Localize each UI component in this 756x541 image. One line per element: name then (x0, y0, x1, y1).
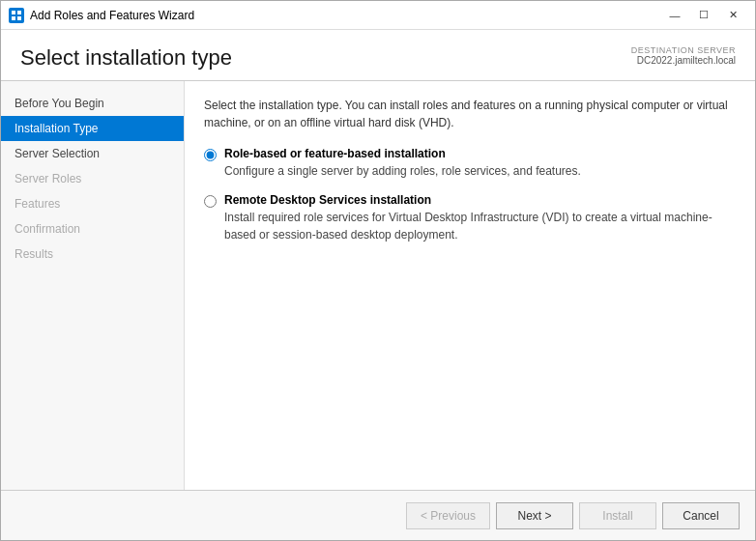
sidebar-item-installation-type[interactable]: Installation Type (1, 116, 184, 141)
sidebar-item-server-roles: Server Roles (1, 166, 184, 191)
option-rds: Remote Desktop Services installation Ins… (204, 193, 736, 243)
install-button: Install (579, 502, 656, 529)
sidebar-item-features: Features (1, 191, 184, 216)
option-role-based: Role-based or feature-based installation… (204, 147, 736, 180)
installation-options: Role-based or feature-based installation… (204, 147, 736, 243)
cancel-button[interactable]: Cancel (662, 502, 740, 529)
destination-server-name: DC2022.jamiltech.local (631, 55, 736, 66)
svg-rect-0 (12, 11, 15, 14)
option-role-based-title: Role-based or feature-based installation (224, 147, 581, 160)
svg-rect-3 (17, 16, 21, 20)
window-controls: — ☐ ✕ (660, 6, 747, 25)
svg-rect-2 (12, 16, 15, 20)
sidebar-item-server-selection[interactable]: Server Selection (1, 141, 184, 166)
sidebar-item-before-you-begin[interactable]: Before You Begin (1, 91, 184, 116)
sidebar: Before You Begin Installation Type Serve… (1, 81, 185, 490)
radio-rds[interactable] (204, 195, 217, 208)
maximize-button[interactable]: ☐ (689, 6, 718, 25)
destination-info: DESTINATION SERVER DC2022.jamiltech.loca… (631, 45, 736, 66)
sidebar-item-results: Results (1, 242, 184, 267)
sidebar-item-confirmation: Confirmation (1, 216, 184, 242)
wizard-window: Add Roles and Features Wizard — ☐ ✕ Sele… (0, 0, 756, 541)
option-rds-label[interactable]: Remote Desktop Services installation Ins… (224, 193, 736, 243)
close-button[interactable]: ✕ (718, 6, 747, 25)
option-role-based-label[interactable]: Role-based or feature-based installation… (224, 147, 581, 180)
minimize-button[interactable]: — (660, 6, 689, 25)
next-button[interactable]: Next > (496, 502, 573, 529)
app-icon (9, 8, 24, 23)
window-title: Add Roles and Features Wizard (30, 9, 660, 22)
option-role-based-desc: Configure a single server by adding role… (224, 162, 581, 180)
header: Select installation type DESTINATION SER… (1, 30, 755, 81)
radio-role-based[interactable] (204, 149, 217, 161)
destination-label: DESTINATION SERVER (631, 45, 736, 55)
content-area: Before You Begin Installation Type Serve… (1, 81, 755, 490)
option-rds-desc: Install required role services for Virtu… (224, 209, 736, 243)
intro-text: Select the installation type. You can in… (204, 97, 736, 131)
main-content: Select the installation type. You can in… (185, 81, 755, 490)
title-bar: Add Roles and Features Wizard — ☐ ✕ (1, 1, 755, 30)
option-rds-title: Remote Desktop Services installation (224, 193, 736, 207)
previous-button[interactable]: < Previous (406, 502, 490, 529)
page-title: Select installation type (20, 45, 232, 71)
svg-rect-1 (17, 11, 21, 14)
footer: < Previous Next > Install Cancel (1, 490, 755, 540)
